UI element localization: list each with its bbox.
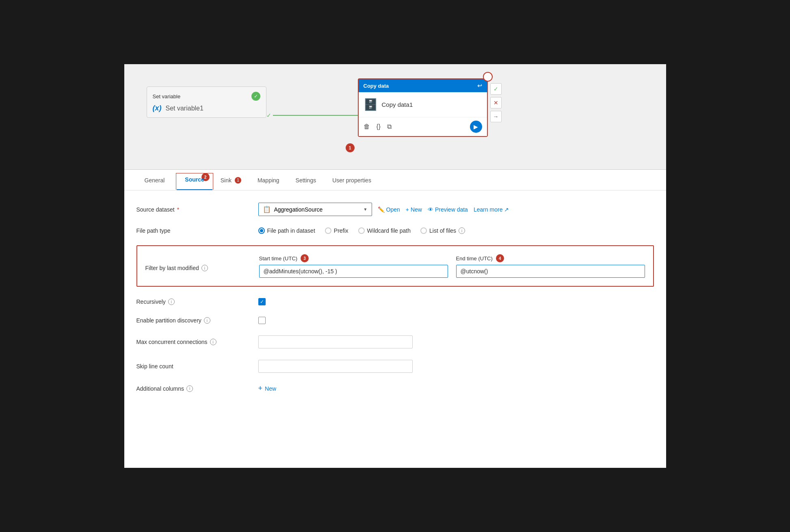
filter-by-last-modified-section: Filter by last modified i Start time (UT… bbox=[136, 245, 654, 287]
recursively-row: Recursively i ✓ bbox=[136, 298, 654, 305]
radio-circle-list bbox=[420, 227, 427, 234]
connector-check-icon: ✓ bbox=[266, 112, 271, 119]
source-dataset-dropdown[interactable]: 📋 AggregationSource ▼ bbox=[258, 203, 372, 216]
file-path-type-label: File path type bbox=[136, 227, 250, 234]
max-concurrent-connections-input[interactable] bbox=[258, 335, 413, 348]
recursively-info-icon: i bbox=[168, 298, 175, 305]
preview-icon: 👁 bbox=[428, 206, 433, 213]
radio-list-of-files[interactable]: List of files i bbox=[420, 227, 465, 234]
max-concurrent-connections-row: Max concurrent connections i bbox=[136, 335, 654, 348]
tab-user-properties[interactable]: User properties bbox=[324, 171, 379, 190]
required-star: * bbox=[177, 206, 179, 213]
connector: ✓ bbox=[266, 112, 362, 119]
edit-icon: ✏️ bbox=[378, 206, 385, 213]
copy-data-title: Copy data bbox=[364, 83, 389, 89]
set-variable-name: Set variable1 bbox=[166, 105, 203, 112]
end-time-group: End time (UTC) 4 bbox=[456, 254, 645, 278]
tab-general[interactable]: General bbox=[136, 171, 173, 190]
start-time-label: Start time (UTC) 3 bbox=[259, 254, 448, 262]
additional-columns-row: Additional columns i + New bbox=[136, 384, 654, 393]
skip-line-count-label: Skip line count bbox=[136, 363, 250, 370]
tab-settings[interactable]: Settings bbox=[288, 171, 325, 190]
source-dataset-controls: 📋 AggregationSource ▼ ✏️ Open + New 👁 Pr… bbox=[258, 203, 654, 216]
file-path-type-controls: File path in dataset Prefix Wildcard fil… bbox=[258, 227, 654, 234]
radio-wildcard[interactable]: Wildcard file path bbox=[358, 227, 411, 234]
partition-info-icon: i bbox=[204, 317, 210, 324]
radio-circle-wildcard bbox=[358, 227, 365, 234]
file-path-type-radio-group: File path in dataset Prefix Wildcard fil… bbox=[258, 227, 465, 234]
radio-circle-dataset bbox=[258, 227, 265, 234]
radio-file-path-in-dataset[interactable]: File path in dataset bbox=[258, 227, 315, 234]
trash-icon[interactable]: 🗑 bbox=[364, 123, 370, 130]
copy-data-name: Copy data1 bbox=[382, 101, 413, 108]
filter-info-icon: i bbox=[201, 265, 208, 271]
copy-data-box[interactable]: Copy data ↩ 🗄️ Copy data1 ✓ ✕ → 🗑 {} ⧉ bbox=[358, 78, 488, 137]
plus-icon-new: + bbox=[406, 206, 409, 213]
set-variable-header: Set variable ✓ bbox=[153, 92, 260, 101]
close-action-btn[interactable]: ✕ bbox=[490, 97, 502, 108]
form-area: Source dataset * 📋 AggregationSource ▼ ✏… bbox=[124, 190, 666, 416]
max-concurrent-info-icon: i bbox=[210, 339, 216, 345]
set-variable-content: (x) Set variable1 bbox=[153, 104, 260, 112]
step4-badge: 4 bbox=[496, 254, 504, 262]
partition-checkbox-container bbox=[258, 317, 266, 324]
copy-data-body: 🗄️ Copy data1 ✓ ✕ → bbox=[359, 92, 487, 117]
sink-badge: 1 bbox=[235, 177, 241, 184]
set-variable-box: Set variable ✓ (x) Set variable1 bbox=[147, 87, 266, 118]
tabs-section: 2 General Source Sink 1 Mapping Settings… bbox=[124, 170, 666, 190]
partition-discovery-checkbox[interactable] bbox=[258, 317, 266, 324]
main-container: Set variable ✓ (x) Set variable1 ✓ 1 Cop… bbox=[123, 63, 667, 469]
canvas-area: Set variable ✓ (x) Set variable1 ✓ 1 Cop… bbox=[124, 64, 666, 170]
recursively-checkbox-container: ✓ bbox=[258, 298, 266, 305]
tab-sink[interactable]: Sink 1 bbox=[212, 171, 249, 190]
source-dataset-row: Source dataset * 📋 AggregationSource ▼ ✏… bbox=[136, 203, 654, 216]
check-action-btn[interactable]: ✓ bbox=[490, 83, 502, 95]
database-icon: 🗄️ bbox=[364, 98, 378, 111]
end-time-label: End time (UTC) 4 bbox=[456, 254, 645, 262]
enable-partition-discovery-label: Enable partition discovery i bbox=[136, 317, 250, 324]
arrow-action-btn[interactable]: → bbox=[490, 111, 502, 122]
dataset-icon: 📋 bbox=[263, 205, 271, 213]
copy-data-bottom: 🗑 {} ⧉ ▶ bbox=[359, 117, 487, 136]
list-of-files-info-icon: i bbox=[459, 227, 465, 234]
filter-inputs: Start time (UTC) 3 End time (UTC) 4 bbox=[259, 254, 645, 278]
additional-columns-label: Additional columns i bbox=[136, 385, 250, 392]
tab-mapping[interactable]: Mapping bbox=[249, 171, 288, 190]
open-link[interactable]: ✏️ Open bbox=[378, 206, 400, 213]
copy-data-header: Copy data ↩ bbox=[359, 79, 487, 92]
dataset-value: AggregationSource bbox=[274, 206, 360, 213]
go-button[interactable]: ▶ bbox=[470, 121, 482, 133]
copy-data-actions-right: ✓ ✕ → bbox=[490, 83, 502, 122]
filter-inner: Filter by last modified i Start time (UT… bbox=[145, 254, 645, 278]
new-link[interactable]: + New bbox=[406, 206, 422, 213]
recursively-checkbox[interactable]: ✓ bbox=[258, 298, 266, 305]
arrow-line bbox=[273, 115, 362, 116]
dropdown-arrow-icon: ▼ bbox=[364, 207, 368, 212]
file-path-type-row: File path type File path in dataset Pref… bbox=[136, 227, 654, 234]
undo-icon[interactable]: ↩ bbox=[477, 82, 482, 89]
end-time-input[interactable] bbox=[456, 265, 645, 278]
learn-more-link[interactable]: Learn more ↗ bbox=[474, 206, 509, 213]
add-new-plus-icon: + bbox=[258, 384, 263, 393]
tab-source[interactable]: Source bbox=[177, 170, 212, 190]
additional-columns-info-icon: i bbox=[186, 385, 193, 392]
copy-icon[interactable]: ⧉ bbox=[387, 123, 392, 130]
source-dataset-label: Source dataset * bbox=[136, 206, 250, 213]
filter-label-col: Filter by last modified i bbox=[145, 254, 251, 271]
code-icon[interactable]: {} bbox=[377, 123, 381, 130]
skip-line-count-input[interactable] bbox=[258, 360, 413, 373]
max-concurrent-connections-label: Max concurrent connections i bbox=[136, 339, 250, 345]
step3-badge: 3 bbox=[301, 254, 309, 262]
add-new-button[interactable]: + New bbox=[258, 384, 277, 393]
external-link-icon: ↗ bbox=[504, 206, 509, 213]
start-time-group: Start time (UTC) 3 bbox=[259, 254, 448, 278]
start-time-input[interactable] bbox=[259, 265, 448, 278]
enable-partition-discovery-row: Enable partition discovery i bbox=[136, 317, 654, 324]
skip-line-count-row: Skip line count bbox=[136, 360, 654, 373]
radio-prefix[interactable]: Prefix bbox=[325, 227, 348, 234]
preview-link[interactable]: 👁 Preview data bbox=[428, 206, 468, 213]
top-circle-indicator bbox=[483, 72, 493, 82]
set-variable-check-icon: ✓ bbox=[251, 92, 260, 101]
set-variable-title: Set variable bbox=[153, 93, 181, 99]
step1-bubble: 1 bbox=[346, 143, 355, 152]
